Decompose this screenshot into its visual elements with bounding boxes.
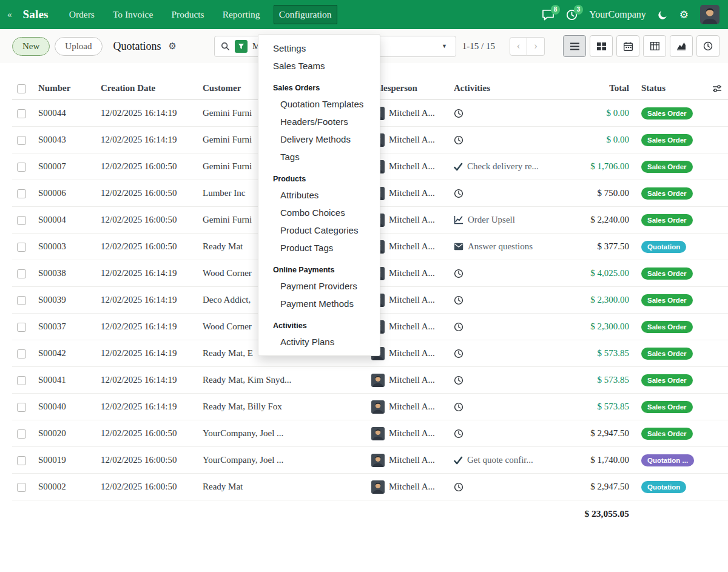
- status-badge: Sales Order: [641, 267, 693, 280]
- collapse-chevron-icon[interactable]: «: [7, 10, 12, 20]
- nav-menu-configuration[interactable]: Configuration: [274, 5, 337, 24]
- row-activity-button[interactable]: Answer questions: [454, 241, 572, 252]
- nav-menu-to-invoice[interactable]: To Invoice: [108, 5, 158, 24]
- row-activity-button[interactable]: [454, 482, 572, 492]
- nav-menu-products[interactable]: Products: [166, 5, 209, 24]
- row-number: S00043: [38, 135, 101, 145]
- row-checkbox[interactable]: [17, 403, 26, 412]
- row-activity-button[interactable]: Check delivery re...: [454, 161, 572, 172]
- menu-item-payment-providers[interactable]: Payment Providers: [258, 277, 380, 295]
- nav-menu-reporting[interactable]: Reporting: [218, 5, 265, 24]
- menu-item-quotation-templates[interactable]: Quotation Templates: [258, 95, 380, 113]
- graph-view-button[interactable]: [670, 35, 693, 57]
- row-activity-button[interactable]: [454, 295, 572, 305]
- menu-item-attributes[interactable]: Attributes: [258, 186, 380, 204]
- table-row[interactable]: S00002 12/02/2025 16:00:50 Ready Mat Mit…: [12, 474, 728, 500]
- clock-icon: [454, 375, 463, 385]
- menu-item-delivery-methods[interactable]: Delivery Methods: [258, 130, 380, 148]
- pager-next-button[interactable]: ›: [527, 37, 545, 56]
- row-activity-button[interactable]: Order Upsell: [454, 215, 572, 225]
- row-number: S00041: [38, 375, 101, 385]
- status-badge: Sales Order: [641, 321, 693, 333]
- row-activity-button[interactable]: [454, 135, 572, 145]
- nav-menu-orders[interactable]: Orders: [64, 5, 99, 24]
- row-checkbox[interactable]: [17, 109, 26, 118]
- column-header-total[interactable]: Total: [572, 83, 631, 93]
- row-activity-button[interactable]: [454, 109, 572, 118]
- menu-item-settings[interactable]: Settings: [258, 39, 380, 57]
- row-salesperson: Mitchell A...: [371, 107, 454, 120]
- activity-view-button[interactable]: [696, 35, 720, 57]
- list-view-button[interactable]: [563, 35, 586, 57]
- row-checkbox[interactable]: [17, 483, 26, 492]
- menu-item-product-categories[interactable]: Product Categories: [258, 221, 380, 239]
- row-checkbox[interactable]: [17, 243, 26, 252]
- kanban-view-button[interactable]: [590, 35, 613, 57]
- menu-item-activity-plans[interactable]: Activity Plans: [258, 333, 380, 351]
- row-checkbox[interactable]: [17, 163, 26, 172]
- table-row[interactable]: S00040 12/02/2025 16:14:19 Ready Mat, Bi…: [12, 394, 728, 420]
- row-checkbox[interactable]: [17, 216, 26, 225]
- row-activity-button[interactable]: [454, 429, 572, 439]
- row-checkbox[interactable]: [17, 323, 26, 332]
- menu-item-payment-methods[interactable]: Payment Methods: [258, 295, 380, 312]
- new-button[interactable]: New: [12, 37, 50, 56]
- pivot-view-button[interactable]: [643, 35, 666, 57]
- row-creation-date: 12/02/2025 16:00:50: [101, 241, 203, 252]
- table-row[interactable]: S00020 12/02/2025 16:00:50 YourCompany, …: [12, 420, 728, 447]
- upload-button[interactable]: Upload: [55, 37, 102, 56]
- row-activity-button[interactable]: [454, 322, 572, 332]
- adjust-columns-icon[interactable]: [699, 84, 728, 93]
- row-activity-button[interactable]: [454, 269, 572, 278]
- menu-item-sales-teams[interactable]: Sales Teams: [258, 57, 380, 75]
- dark-mode-moon-icon[interactable]: [658, 10, 668, 20]
- menu-item-combo-choices[interactable]: Combo Choices: [258, 204, 380, 221]
- clock-icon: [454, 349, 463, 358]
- row-checkbox[interactable]: [17, 136, 26, 145]
- row-checkbox[interactable]: [17, 429, 26, 439]
- pager-previous-button[interactable]: ‹: [510, 37, 527, 56]
- clock-icon: [454, 295, 463, 305]
- row-checkbox[interactable]: [17, 269, 26, 278]
- row-activity-button[interactable]: [454, 402, 572, 412]
- select-all-checkbox[interactable]: [17, 84, 26, 93]
- column-header-number[interactable]: Number: [38, 83, 101, 93]
- column-header-salesperson[interactable]: Salesperson: [371, 83, 454, 93]
- status-badge: Sales Order: [641, 107, 693, 119]
- row-checkbox[interactable]: [17, 296, 26, 305]
- company-switcher[interactable]: YourCompany: [589, 9, 646, 20]
- column-header-activities[interactable]: Activities: [454, 83, 572, 93]
- menu-item-tags[interactable]: Tags: [258, 148, 380, 166]
- action-gear-icon[interactable]: ⚙: [169, 41, 177, 52]
- check-icon: [454, 456, 463, 465]
- row-activity-button[interactable]: Get quote confir...: [454, 455, 572, 465]
- row-total: $ 0.00: [572, 108, 631, 118]
- row-checkbox[interactable]: [17, 456, 26, 465]
- menu-item-product-tags[interactable]: Product Tags: [258, 239, 380, 257]
- search-dropdown-caret-icon[interactable]: ▼: [439, 41, 450, 52]
- app-name[interactable]: Sales: [23, 8, 49, 21]
- menu-item-headers-footers[interactable]: Headers/Footers: [258, 113, 380, 130]
- column-header-status[interactable]: Status: [631, 83, 699, 93]
- row-activity-button[interactable]: [454, 349, 572, 358]
- activities-clock-icon[interactable]: 3: [566, 9, 578, 21]
- column-header-creation-date[interactable]: Creation Date: [101, 83, 203, 93]
- chart-icon: [454, 215, 463, 224]
- row-activity-button[interactable]: [454, 375, 572, 385]
- row-checkbox[interactable]: [17, 349, 26, 358]
- clock-icon: [454, 402, 463, 412]
- row-activity-button[interactable]: [454, 189, 572, 198]
- user-avatar[interactable]: [700, 5, 720, 24]
- row-creation-date: 12/02/2025 16:14:19: [101, 108, 203, 118]
- calendar-view-button[interactable]: [616, 35, 639, 57]
- row-number: S00006: [38, 188, 101, 198]
- table-row[interactable]: S00041 12/02/2025 16:14:19 Ready Mat, Ki…: [12, 367, 728, 394]
- settings-gear-icon[interactable]: ⚙: [679, 8, 689, 21]
- table-row[interactable]: S00019 12/02/2025 16:00:50 YourCompany, …: [12, 447, 728, 474]
- filter-funnel-icon[interactable]: [235, 40, 248, 53]
- row-checkbox[interactable]: [17, 376, 26, 385]
- row-salesperson: Mitchell A...: [371, 374, 454, 387]
- chat-icon[interactable]: 8: [542, 9, 554, 21]
- row-checkbox[interactable]: [17, 189, 26, 198]
- row-total: $ 2,300.00: [572, 321, 631, 332]
